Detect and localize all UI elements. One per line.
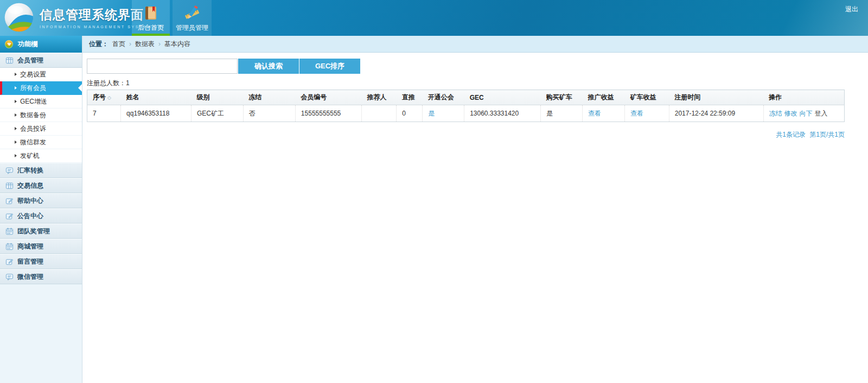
col-name: 姓名 [121,90,192,105]
login-link[interactable]: 登入 [815,110,828,117]
sidebar-item-all-members[interactable]: 所有会员 [0,81,82,95]
cell-frozen: 否 [243,105,295,122]
sidebar-item-team-award[interactable]: 团队奖管理 [0,224,82,239]
freeze-link[interactable]: 冻结 [769,110,782,117]
table-header-row: 序号◇ 姓名 级别 冻结 会员编号 推荐人 直推 开通公会 GEC 购买矿车 推… [87,90,845,105]
top-header: 信息管理系统界面 INFORMATION MANAGEMENT SYSTEM G… [0,0,868,36]
sidebar-item-announcement-center[interactable]: 公告中心 [0,208,82,224]
col-promo-income: 推广收益 [582,90,624,105]
record-count-text: 共1条记录 [776,131,806,138]
col-serial[interactable]: 序号◇ [87,90,121,105]
cell-serial: 7 [87,105,121,122]
arrow-right-icon [15,113,17,117]
breadcrumb-current: 基本内容 [164,40,190,49]
sidebar-section-label: 帮助中心 [17,196,43,206]
sidebar-item-exchange-rate[interactable]: 汇率转换 [0,163,82,178]
members-table: 序号◇ 姓名 级别 冻结 会员编号 推荐人 直推 开通公会 GEC 购买矿车 推… [87,90,845,122]
sidebar-item-member-complaints[interactable]: 会员投诉 [0,122,82,136]
move-down-link[interactable]: 向下 [800,110,813,117]
cell-member-id: 15555555555 [295,105,361,122]
arrow-right-icon [15,154,17,157]
sidebar-item-label: 所有会员 [20,84,46,93]
sidebar-item-gec-gift[interactable]: GEC增送 [0,95,82,108]
breadcrumb-separator: › [158,40,161,48]
sidebar-section-label: 公告中心 [17,212,43,221]
grid-icon [5,182,14,190]
sidebar-section-label: 留言管理 [17,257,43,266]
sidebar-item-wechat-management[interactable]: 微信管理 [0,269,82,284]
cell-name: qq1946353118 [121,105,192,122]
sidebar: 功能欄 会员管理 交易设置 所有会员 GEC增送 数据备份 [0,36,82,383]
cell-level: GEC矿工 [191,105,243,122]
main-content: 位置： 首页 › 数据表 › 基本内容 确认搜索 GEC排序 注册总人数：1 [82,36,868,383]
sidebar-section-label: 会员管理 [17,56,43,65]
sidebar-item-data-backup[interactable]: 数据备份 [0,108,82,122]
sidebar-item-mall-management[interactable]: 商城管理 [0,239,82,254]
arrow-right-icon [15,86,17,90]
calendar-icon [5,227,14,235]
col-guild: 开通公会 [423,90,464,105]
registered-count: 注册总人数：1 [87,79,845,88]
breadcrumb: 位置： 首页 › 数据表 › 基本内容 [82,36,868,53]
collapse-chevron-icon [5,40,13,48]
sidebar-header-label: 功能欄 [18,40,37,49]
book-icon [142,4,159,22]
tab-admin-management[interactable]: 管理员管理 [173,0,212,36]
arrow-right-icon [15,73,17,76]
promo-income-view-link[interactable]: 查看 [588,110,601,117]
logout-link[interactable]: 退出 [845,5,858,14]
sidebar-item-wechat-broadcast[interactable]: 微信群发 [0,136,82,149]
sidebar-section-label: 团队奖管理 [17,227,50,236]
pagination: 共1条记录 第1页/共1页 [87,130,845,139]
header-tabs: 后台首页 管理员管理 [132,0,212,36]
tab-backend-home[interactable]: 后台首页 [132,0,170,36]
cell-direct-push: 0 [397,105,423,122]
gec-sort-button[interactable]: GEC排序 [299,59,360,74]
sidebar-item-trade-settings[interactable]: 交易设置 [0,68,82,81]
search-input[interactable] [87,59,238,74]
breadcrumb-datatable[interactable]: 数据表 [135,40,155,49]
cart-income-view-link[interactable]: 查看 [630,110,643,117]
sidebar-item-help-center[interactable]: 帮助中心 [0,193,82,208]
page: 信息管理系统界面 INFORMATION MANAGEMENT SYSTEM G… [0,0,868,383]
table-row: 7 qq1946353118 GEC矿工 否 15555555555 0 是 1… [87,105,845,122]
col-direct-push: 直推 [397,90,423,105]
col-cart-income: 矿车收益 [625,90,669,105]
col-referrer: 推荐人 [362,90,397,105]
arrow-right-icon [15,100,17,103]
guild-open-link[interactable]: 是 [428,110,435,117]
cell-operations: 冻结修改向下登入 [763,105,845,122]
col-gec: GEC [464,90,541,105]
sidebar-item-mining-machine[interactable]: 发矿机 [0,149,82,163]
modify-link[interactable]: 修改 [784,110,797,117]
col-operations: 操作 [763,90,845,105]
col-frozen: 冻结 [243,90,295,105]
sidebar-header[interactable]: 功能欄 [0,36,82,53]
cell-mine-cart: 是 [541,105,583,122]
sidebar-item-message-management[interactable]: 留言管理 [0,254,82,269]
col-member-id: 会员编号 [295,90,361,105]
search-row: 确认搜索 GEC排序 [87,59,845,74]
sidebar-item-label: 数据备份 [20,111,46,120]
sidebar-item-label: 会员投诉 [20,124,46,133]
sidebar-item-label: 交易设置 [20,70,46,79]
breadcrumb-separator: › [129,40,131,48]
sidebar-section-member-management[interactable]: 会员管理 [0,53,82,68]
sidebar-item-transaction-info[interactable]: 交易信息 [0,178,82,193]
chat-icon [5,167,14,175]
chat-icon [5,273,14,281]
sidebar-section-label: 交易信息 [17,181,43,190]
edit-icon [5,212,14,220]
cell-referrer [362,105,397,122]
sidebar-section-label: 汇率转换 [17,166,43,175]
sidebar-item-label: GEC增送 [20,97,47,106]
confirm-search-button[interactable]: 确认搜索 [238,59,299,74]
cell-register-time: 2017-12-24 22:59:09 [669,105,763,122]
breadcrumb-prefix: 位置： [89,40,108,49]
page-info-text: 第1页/共1页 [809,131,845,138]
edit-icon [5,258,14,266]
tab-label: 管理员管理 [176,23,208,33]
col-register-time: 注册时间 [669,90,763,105]
breadcrumb-home[interactable]: 首页 [112,40,125,49]
sidebar-section-label: 商城管理 [17,242,43,251]
